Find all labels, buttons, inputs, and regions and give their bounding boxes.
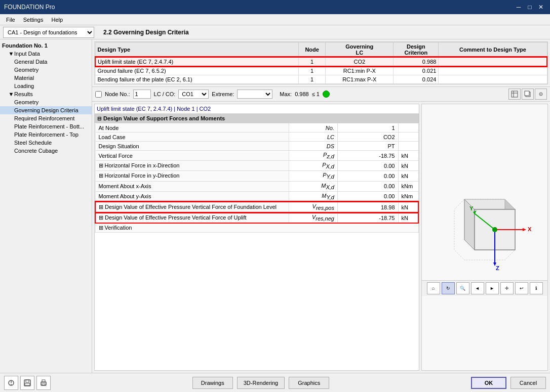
bottom-toolbar: Drawings 3D-Rendering Graphics OK Cancel xyxy=(0,373,550,392)
detail-unit-design-situation xyxy=(398,142,418,151)
view-toggle-btn[interactable] xyxy=(535,89,547,100)
expand-icon-input: ▼ xyxy=(8,51,14,57)
detail-section-header[interactable]: ⊟ Design Value of Support Forces and Mom… xyxy=(95,114,419,123)
criteria-cell-comment-1 xyxy=(439,66,547,75)
ok-button[interactable]: OK xyxy=(471,377,506,389)
max-label: Max: xyxy=(280,91,292,97)
sidebar-input-data[interactable]: ▼Input Data xyxy=(0,50,92,58)
svg-text:Z: Z xyxy=(496,265,499,271)
detail-val-load-case: CO2 xyxy=(337,133,398,142)
svg-rect-29 xyxy=(25,383,30,385)
criteria-cell-criterion-2: 0.024 xyxy=(394,75,439,84)
node-no-input[interactable] xyxy=(133,90,151,99)
criteria-cell-comment-2 xyxy=(439,75,547,84)
graphics-button[interactable]: Graphics xyxy=(289,377,329,389)
view-btn-next[interactable]: ► xyxy=(486,282,499,294)
sidebar-item-governing[interactable]: Governing Design Criteria xyxy=(0,106,92,114)
menu-settings[interactable]: Settings xyxy=(19,16,48,24)
bottom-icon-btn-1[interactable] xyxy=(4,376,18,390)
detail-label-vertical-force: Vertical Force xyxy=(95,151,289,161)
detail-unit-horiz-y: kN xyxy=(398,171,418,181)
criteria-cell-design-type-2: Bending failure of the plate (EC 2, 6.1) xyxy=(95,75,298,84)
detail-unit-moment-y: kNm xyxy=(398,191,418,202)
view-btn-home[interactable]: ⌂ xyxy=(427,282,440,294)
detail-row-vres-neg: ⊞ Design Value of Effective Pressure Ver… xyxy=(95,212,418,223)
bottom-left-buttons xyxy=(4,376,51,390)
criteria-cell-criterion-1: 0.021 xyxy=(394,66,439,75)
sidebar-foundation-no[interactable]: Foundation No. 1 xyxy=(0,41,92,50)
extreme-select[interactable] xyxy=(237,90,272,99)
criteria-table: Design Type Node GoverningLC DesignCrite… xyxy=(95,42,547,84)
detail-unit-vertical-force: kN xyxy=(398,151,418,161)
project-selector[interactable]: CA1 - Design of foundations xyxy=(3,27,94,38)
col-header-design-type: Design Type xyxy=(95,42,298,58)
detail-label-verification: ⊞ Verification xyxy=(95,223,418,233)
detail-label-moment-y: Moment About y-Axis xyxy=(95,191,289,202)
minimize-button[interactable]: ─ xyxy=(514,2,524,12)
menu-help[interactable]: Help xyxy=(47,16,67,24)
copy-btn[interactable] xyxy=(522,89,534,100)
sidebar-item-required-reinforcement[interactable]: Required Reinforcement xyxy=(0,114,92,122)
criteria-row-1[interactable]: Ground failure (EC 7, 6.5.2) 1 RC1:min P… xyxy=(95,66,547,75)
criteria-row-2[interactable]: Bending failure of the plate (EC 2, 6.1)… xyxy=(95,75,547,84)
criteria-table-area: Design Type Node GoverningLC DesignCrite… xyxy=(94,41,548,84)
drawings-button[interactable]: Drawings xyxy=(192,377,233,389)
expand-icon-support: ⊟ xyxy=(97,116,101,121)
view-btn-info[interactable]: ℹ xyxy=(530,282,543,294)
detail-val-design-situation: PT xyxy=(337,142,398,151)
cancel-button[interactable]: Cancel xyxy=(510,377,546,389)
svg-point-6 xyxy=(540,94,541,95)
viewport-3d: X Y Z ⌂ ↻ 🔍 ◄ ► ✛ ↩ ℹ xyxy=(421,104,548,371)
sidebar-item-steel-schedule[interactable]: Steel Schedule xyxy=(0,139,92,147)
rendering-button[interactable]: 3D-Rendering xyxy=(237,377,285,389)
detail-unit-at-node xyxy=(398,123,418,133)
svg-rect-27 xyxy=(24,380,30,386)
col-header-comment: Comment to Design Type xyxy=(439,42,547,58)
bottom-icon-btn-2[interactable] xyxy=(20,376,34,390)
sidebar-item-geometry-input[interactable]: Geometry xyxy=(0,66,92,74)
view-btn-undo[interactable]: ↩ xyxy=(515,282,528,294)
detail-row-moment-x: Moment About x-Axis MX,d 0.00 kNm xyxy=(95,181,418,191)
detail-row-vertical-force: Vertical Force Pz,d -18.75 kN xyxy=(95,151,418,161)
lc-co-select[interactable]: CO1 xyxy=(178,90,209,99)
view-btn-zoom[interactable]: 🔍 xyxy=(456,282,469,294)
detail-label-vres-neg: ⊞ Design Value of Effective Pressure Ver… xyxy=(95,212,289,223)
detail-val-moment-x: 0.00 xyxy=(337,181,398,191)
view-toolbar: ⌂ ↻ 🔍 ◄ ► ✛ ↩ ℹ xyxy=(422,280,547,296)
sidebar-item-geometry-results[interactable]: Geometry xyxy=(0,98,92,106)
detail-unit-moment-x: kNm xyxy=(398,181,418,191)
view-btn-rotate[interactable]: ↻ xyxy=(442,282,455,294)
detail-val-moment-y: 0.00 xyxy=(337,191,398,202)
sidebar-item-concrete-cubage[interactable]: Concrete Cubage xyxy=(0,147,92,155)
detail-row-verification[interactable]: ⊞ Verification xyxy=(95,223,418,233)
extreme-label: Extreme: xyxy=(212,91,234,97)
sidebar-item-plate-reinforcement-bottom[interactable]: Plate Reinforcement - Bott... xyxy=(0,122,92,130)
detail-row-vres-pos: ⊞ Design Value of Effective Pressure Ver… xyxy=(95,202,418,212)
detail-title-line: Uplift limit state (EC 7, 2.4.7.4) | Nod… xyxy=(95,104,419,114)
sidebar-results[interactable]: ▼Results xyxy=(0,90,92,98)
detail-row-design-situation: Design Situation DS PT xyxy=(95,142,418,151)
detail-val-vres-neg: -18.75 xyxy=(337,212,398,223)
detail-key-vres-pos: Vres,pos xyxy=(289,202,338,212)
detail-val-vertical-force: -18.75 xyxy=(337,151,398,161)
export-table-btn[interactable] xyxy=(508,89,521,100)
sidebar-item-loading[interactable]: Loading xyxy=(0,82,92,90)
detail-unit-load-case xyxy=(398,133,418,142)
maximize-button[interactable]: □ xyxy=(525,2,535,12)
detail-val-horiz-y: 0.00 xyxy=(337,171,398,181)
node-no-checkbox[interactable] xyxy=(95,91,102,98)
detail-row-moment-y: Moment About y-Axis MY,d 0.00 kNm xyxy=(95,191,418,202)
svg-rect-32 xyxy=(42,384,45,385)
view-btn-pan[interactable]: ✛ xyxy=(500,282,514,294)
sidebar-item-general-data[interactable]: General Data xyxy=(0,58,92,66)
sidebar: Foundation No. 1 ▼Input Data General Dat… xyxy=(0,39,92,373)
view-btn-prev[interactable]: ◄ xyxy=(471,282,484,294)
menu-file[interactable]: File xyxy=(2,16,19,24)
close-button[interactable]: ✕ xyxy=(536,2,546,12)
detail-key-design-situation: DS xyxy=(289,142,338,151)
bottom-icon-btn-3[interactable] xyxy=(36,376,51,390)
criteria-row-0[interactable]: Uplift limit state (EC 7, 2.4.7.4) 1 CO2… xyxy=(95,57,547,66)
detail-key-vres-neg: Vres,neg xyxy=(289,212,338,223)
sidebar-item-material[interactable]: Material xyxy=(0,74,92,82)
sidebar-item-plate-reinforcement-top[interactable]: Plate Reinforcement - Top xyxy=(0,130,92,139)
